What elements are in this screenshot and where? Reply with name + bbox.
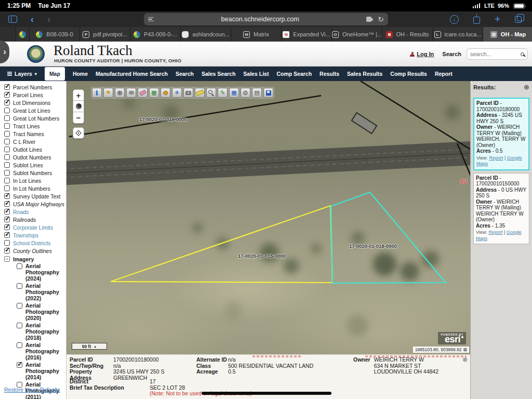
- tool-identify-icon[interactable]: [92, 88, 102, 98]
- browser-tab[interactable]: OneHome™ |...: [331, 27, 382, 42]
- browser-tab[interactable]: icare.co.luca...: [432, 27, 483, 42]
- layer-townships[interactable]: Townships: [4, 231, 66, 239]
- close-detail-icon[interactable]: ⊗: [462, 356, 468, 363]
- checkbox[interactable]: [4, 185, 10, 191]
- reader-icon[interactable]: [148, 17, 154, 22]
- zoom-in-button[interactable]: +: [73, 89, 84, 101]
- checkbox[interactable]: [4, 201, 10, 207]
- layer-great-lot-numbers[interactable]: Great Lot Numbers: [4, 114, 66, 122]
- panel-collapse-handle[interactable]: ›: [0, 41, 9, 63]
- checkbox[interactable]: [4, 178, 10, 183]
- checkbox[interactable]: [17, 263, 22, 269]
- home-indicator[interactable]: [202, 392, 331, 395]
- layer-sublot-lines[interactable]: Sublot Lines: [4, 161, 66, 169]
- checkbox[interactable]: [4, 240, 10, 246]
- layer-outlot-lines[interactable]: Outlot Lines: [4, 145, 66, 153]
- checkbox[interactable]: [4, 92, 10, 98]
- checkbox[interactable]: [4, 248, 10, 254]
- browser-tab[interactable]: ashlandcoun...: [180, 27, 231, 42]
- nav-sales-results[interactable]: Sales Results: [347, 71, 382, 77]
- locate-button[interactable]: [73, 127, 84, 139]
- layer-group-imagery[interactable]: −Imagery: [4, 255, 66, 263]
- tool-pan-icon[interactable]: [126, 88, 136, 98]
- tool-add-layer-icon[interactable]: [149, 88, 159, 98]
- sidebar-icon[interactable]: [8, 16, 17, 23]
- nav-search[interactable]: Search: [176, 71, 194, 77]
- zoom-out-button[interactable]: −: [73, 112, 84, 124]
- layer-aerial-2020[interactable]: Aerial Photography (2020): [17, 302, 66, 321]
- checkbox[interactable]: [4, 100, 10, 105]
- layer-aerial-2016[interactable]: Aerial Photography (2016): [17, 342, 66, 361]
- tool-draw-icon[interactable]: [218, 88, 228, 98]
- layer-railroads[interactable]: Railroads: [4, 216, 66, 223]
- tool-marker-icon[interactable]: [161, 88, 170, 98]
- checkbox[interactable]: [4, 162, 10, 168]
- checkbox[interactable]: [17, 303, 22, 309]
- layer-roads[interactable]: Roads: [4, 208, 66, 216]
- layer-in-lot-lines[interactable]: In Lot Lines: [4, 177, 66, 184]
- close-results-icon[interactable]: ⊗: [524, 84, 529, 90]
- restore-layer-defaults-link[interactable]: Restore Layer Defaults: [4, 387, 60, 393]
- tool-settings-icon[interactable]: [241, 88, 250, 98]
- layer-cl-river[interactable]: C L River: [4, 138, 66, 145]
- tool-measure-icon[interactable]: [195, 88, 205, 98]
- layer-parcel-numbers[interactable]: Parcel Numbers: [4, 83, 66, 91]
- tool-flag-icon[interactable]: [103, 88, 113, 98]
- layer-corporate-limits[interactable]: Corporate Limits: [4, 223, 66, 231]
- browser-tab[interactable]: Matrix: [231, 27, 281, 42]
- layer-aerial-2018[interactable]: Aerial Photography (2018): [17, 322, 66, 341]
- browser-tab[interactable]: B08-039-0: [29, 27, 79, 42]
- back-icon[interactable]: ‹: [31, 12, 34, 26]
- layer-great-lot-lines[interactable]: Great Lot Lines: [4, 107, 66, 114]
- checkbox[interactable]: [4, 131, 10, 137]
- download-icon[interactable]: ↓: [450, 15, 459, 24]
- search-input[interactable]: [470, 51, 521, 57]
- layer-lot-dimensions[interactable]: Lot Dimensions: [4, 99, 66, 107]
- browser-tab[interactable]: pdf.pivotpoi...: [79, 27, 130, 42]
- nav-results[interactable]: Results: [320, 71, 339, 77]
- url-text[interactable]: beacon.schneidercorp.com: [154, 16, 366, 23]
- new-tab-icon[interactable]: +: [495, 12, 500, 26]
- layer-usa-major-highways[interactable]: USA Major Highways: [4, 200, 66, 208]
- checkbox[interactable]: [4, 224, 10, 230]
- nav-manufactured-home-search[interactable]: Manufactured Home Search: [96, 71, 168, 77]
- nav-sales-list[interactable]: Sales List: [243, 71, 269, 77]
- nav-sales-search[interactable]: Sales Search: [202, 71, 235, 77]
- checkbox[interactable]: [4, 84, 10, 90]
- browser-tab[interactable]: [16, 27, 29, 42]
- browser-tab[interactable]: OH - Results: [382, 27, 432, 42]
- share-icon[interactable]: [473, 17, 480, 24]
- browser-tab[interactable]: P43-009-0-...: [130, 27, 180, 42]
- checkbox[interactable]: [4, 217, 10, 222]
- nav-comp-search[interactable]: Comp Search: [276, 71, 312, 77]
- extensions-icon[interactable]: [366, 17, 371, 22]
- layer-tract-lines[interactable]: Tract Lines: [4, 122, 66, 130]
- home-extent-button[interactable]: [73, 101, 84, 112]
- result-card[interactable]: Parcel ID - 170020010150000 Address - 0 …: [473, 173, 529, 245]
- checkbox[interactable]: [4, 115, 10, 121]
- checkbox[interactable]: [4, 139, 10, 144]
- reload-icon[interactable]: ↻: [378, 15, 384, 23]
- layer-school-districts[interactable]: School Districts: [4, 239, 66, 247]
- tool-zoom-area-icon[interactable]: [115, 88, 125, 98]
- tool-grid-icon[interactable]: [229, 88, 239, 98]
- log-in-link[interactable]: Log In: [417, 51, 434, 57]
- collapse-icon[interactable]: −: [4, 256, 10, 262]
- address-bar[interactable]: beacon.schneidercorp.com ↻: [144, 13, 388, 25]
- nav-map[interactable]: Map: [45, 67, 65, 81]
- layer-in-lot-numbers[interactable]: In Lot Numbers: [4, 184, 66, 192]
- layer-sublot-numbers[interactable]: Sublot Numbers: [4, 169, 66, 177]
- browser-tab-active[interactable]: OH - Map: [483, 27, 532, 42]
- tool-save-icon[interactable]: [263, 88, 273, 98]
- tool-fly-to-icon[interactable]: [172, 88, 182, 98]
- checkbox[interactable]: [4, 154, 10, 160]
- tool-print-icon[interactable]: [252, 88, 262, 98]
- layer-parcel-lines[interactable]: Parcel Lines: [4, 91, 66, 99]
- checkbox[interactable]: [17, 323, 22, 328]
- nav-report[interactable]: Report: [435, 71, 453, 77]
- checkbox[interactable]: [4, 123, 10, 129]
- layer-tract-names[interactable]: Tract Names: [4, 130, 66, 138]
- search-icon[interactable]: [521, 52, 524, 56]
- checkbox[interactable]: [17, 362, 22, 368]
- checkbox[interactable]: [4, 209, 10, 215]
